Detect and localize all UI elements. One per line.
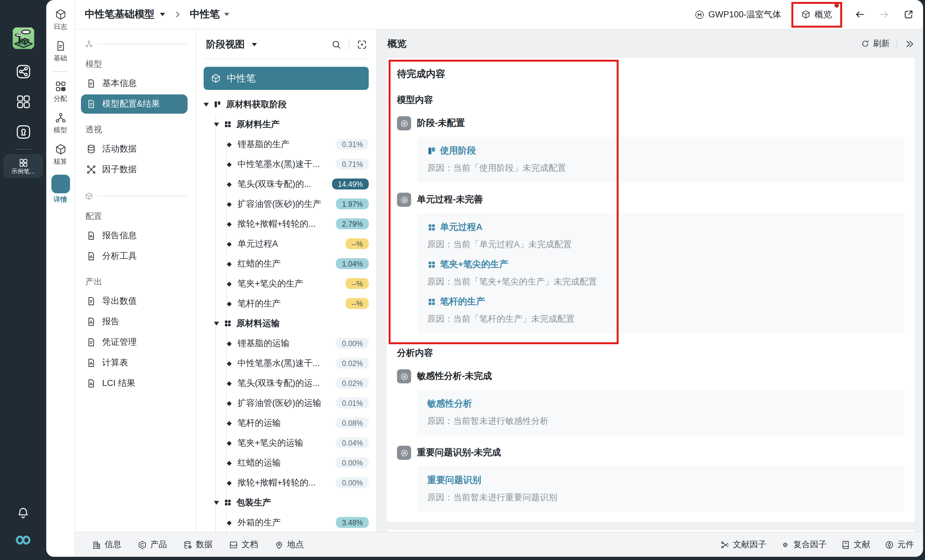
tree-row[interactable]: ◆红蜡的生产1.04% [196,254,377,274]
link-use-stage[interactable]: 使用阶段 [427,145,894,157]
open-in-new-icon[interactable] [903,9,914,20]
box-icon [54,143,66,155]
menu-divider-config [85,192,188,200]
reason-text: 原因：当前「单元过程A」未完成配置 [427,239,894,250]
menu-item-lci-result[interactable]: LCI 结果 [81,374,188,393]
todo-title: 待完成内容 [397,68,904,80]
tree-row[interactable]: ◆单元过程A--% [196,234,377,254]
link-clip-tip-production[interactable]: 笔夹+笔尖的生产 [427,259,894,270]
product-dropdown[interactable]: 中性笔 [190,8,229,21]
refresh-icon [861,39,870,48]
menu-divider-model [85,40,188,48]
caret-down-icon [214,501,219,504]
bottombar-docs[interactable]: 文档 [229,539,258,550]
tree-row[interactable]: 原材料运输 [196,313,377,333]
bottombar-info[interactable]: 信息 [92,539,121,550]
menu-item-activity-data[interactable]: 活动数据 [81,139,188,159]
project-label: 示例笔... [12,168,35,175]
network-icon [85,40,93,48]
forward-arrow-icon[interactable] [879,9,890,20]
locate-scan-icon[interactable] [357,39,368,50]
current-project-item[interactable]: 示例笔... [3,154,43,178]
tree-row[interactable]: ◆锂基脂的生产0.31% [196,134,377,154]
tree-row[interactable]: 原材料获取阶段 [196,95,377,114]
tree-row[interactable]: ◆笔杆的运输0.08% [196,413,377,433]
tree-row[interactable]: ◆笔夹+笔尖的生产--% [196,274,377,294]
tree-row[interactable]: ◆揿轮+揿帽+转轮的...0.00% [196,473,377,492]
menu-item-analysis-tools[interactable]: 分析工具 [81,247,188,266]
menu-section-title: 产出 [86,276,188,288]
bottombar-compound-factor[interactable]: 复合因子 [780,539,827,550]
tree-row[interactable]: ◆中性笔墨水(黑)速干...0.02% [196,353,377,373]
tree-row[interactable]: ◆笔头(双珠专配)的运...0.02% [196,373,377,393]
link-key-issue-identification[interactable]: 重要问题识别 [427,474,894,486]
tree-row[interactable]: 原材料生产 [196,114,377,134]
sidebar-item-details[interactable]: 详情 [51,175,70,204]
document-tray-icon [229,540,238,549]
caret-down-icon [214,321,219,325]
menu-item-calc-sheet[interactable]: 计算表 [81,353,188,372]
tree-row[interactable]: ◆扩容油管(医砂)的运输0.01% [196,393,377,413]
tree-row[interactable]: ◆中性笔墨水(黑)速干...0.71% [196,154,377,174]
tree-row[interactable]: ◆外箱的生产3.48% [196,512,377,532]
tree-row[interactable]: ◆扩容油管(医砂)的生产1.97% [196,194,377,214]
share-module-icon[interactable] [15,63,31,80]
menu-item-basic-info[interactable]: 基本信息 [81,74,188,93]
link-unit-process-a[interactable]: 单元过程A [427,221,894,233]
bottombar-literature-factor[interactable]: 文献因子 [720,539,766,550]
contribution-badge: --% [346,278,369,289]
diamond-icon: ◆ [227,300,232,307]
notifications-bell-icon[interactable] [16,506,30,520]
sidebar-item-accounting[interactable]: 核算 [54,143,67,166]
menu-item-export-values[interactable]: 导出数值 [81,292,188,311]
menu-item-factor-data[interactable]: 因子数据 [81,160,188,179]
impact-method-selector[interactable]: GWP100-温室气体 [694,9,781,20]
tree-row[interactable]: ◆揿轮+揿帽+转轮的...2.79% [196,214,377,234]
bottombar-data[interactable]: 数据 [183,539,212,550]
sidebar-item-model[interactable]: 模型 [54,112,67,135]
menu-item-model-config[interactable]: 模型配置&结果 [81,95,188,114]
view-selector[interactable]: 阶段视图 [206,39,257,51]
menu-item-report[interactable]: 报告 [81,312,188,331]
project-grid-icon [18,158,28,167]
tree-row[interactable]: 包装生产 [196,492,377,512]
link-sensitivity-analysis[interactable]: 敏感性分析 [427,398,894,410]
bottombar-literature[interactable]: 文献 [841,539,871,550]
back-arrow-icon[interactable] [854,9,865,20]
tree-root-row[interactable]: 中性笔 [203,67,369,90]
tree-row[interactable]: ◆笔夹+笔尖的运输0.04% [196,433,377,453]
refresh-button[interactable]: 刷新 [861,38,890,50]
bottombar-product[interactable]: 产品 [137,539,167,550]
method-m-icon [694,9,704,20]
model-dropdown[interactable]: 中性笔基础模型 [85,8,165,21]
menu-item-voucher[interactable]: 凭证管理 [81,333,188,352]
tree-row[interactable]: ◆笔头(双珠专配)的...14.49% [196,174,377,194]
tree-row[interactable]: ◆锂基脂的运输0.00% [196,333,377,353]
modules-grid-icon[interactable] [15,94,31,110]
sidebar-item-log[interactable]: 日志 [54,8,67,32]
bottombar-component[interactable]: 元件 [884,539,914,550]
sidebar-item-basic[interactable]: 基础 [54,40,67,63]
tree-row[interactable]: ◆笔杆的生产--% [196,294,377,313]
contribution-badge: 0.71% [336,159,369,170]
tree-row[interactable]: ◆红蜡的运输0.00% [196,453,377,473]
sidebar-item-allocation[interactable]: 分配 [54,80,67,103]
caret-down-icon [203,102,209,106]
map-pin-icon [274,540,284,549]
search-icon[interactable] [331,39,342,50]
stage-tree-panel: 阶段视图 中性笔 [196,30,377,532]
chevron-down-icon [224,13,229,16]
security-module-icon[interactable] [15,124,31,140]
link-barrel-production[interactable]: 笔杆的生产 [427,296,894,308]
unit-grid-icon [223,319,232,328]
stage-bars-icon [213,100,221,108]
menu-item-report-info[interactable]: 报告信息 [81,226,188,245]
collapse-panel-icon[interactable] [904,39,914,48]
workspace-avatar[interactable] [12,27,35,50]
chevron-down-icon [252,43,257,46]
overview-button[interactable]: 概览 [795,5,838,24]
chevron-down-icon [160,13,165,16]
bottombar-location[interactable]: 地点 [274,539,304,550]
app-window: 示例笔... 日志 基础 分配 模型 [0,0,925,560]
contribution-badge: 0.02% [336,378,369,388]
